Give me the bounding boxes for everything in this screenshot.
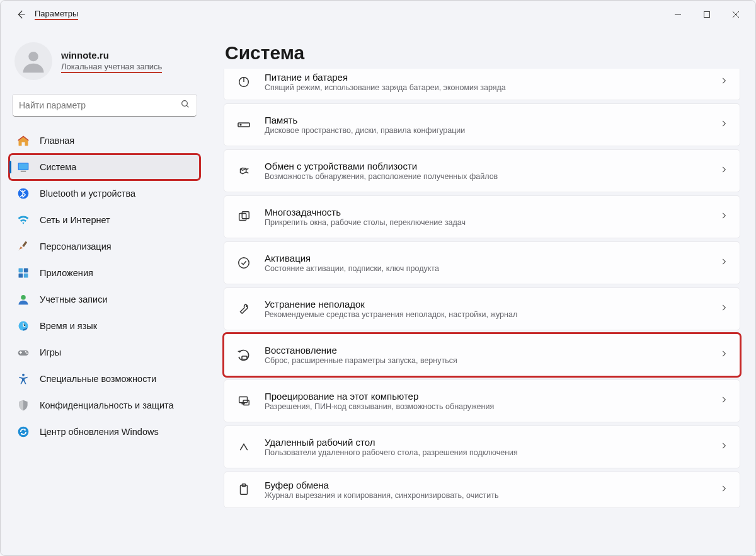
panel-troubleshoot[interactable]: Устранение неполадокРекомендуемые средст… (224, 287, 740, 330)
sidebar-nav: ГлавнаяСистемаBluetooth и устройстваСеть… (9, 128, 200, 444)
sidebar: winnote.ru Локальная учетная запись Глав… (1, 28, 209, 555)
back-button[interactable] (12, 6, 30, 23)
system-icon (17, 161, 30, 173)
svg-point-22 (18, 427, 29, 437)
panel-project[interactable]: Проецирование на этот компьютерРазрешени… (224, 379, 740, 422)
svg-point-30 (246, 306, 248, 307)
svg-point-29 (239, 258, 249, 269)
sidebar-item-bluetooth[interactable]: Bluetooth и устройства (9, 181, 200, 206)
panel-multitask[interactable]: МногозадачностьПрикрепить окна, рабочие … (224, 195, 740, 238)
panel-subtitle: Прикрепить окна, рабочие столы, переключ… (265, 218, 707, 227)
clipboard-icon (236, 482, 252, 498)
panel-recovery[interactable]: ВосстановлениеСброс, расширенные парамет… (224, 333, 740, 376)
sidebar-item-label: Bluetooth и устройства (40, 188, 135, 199)
panel-title: Активация (265, 253, 707, 264)
svg-point-21 (22, 374, 25, 376)
chevron-right-icon (719, 119, 728, 130)
sidebar-item-label: Конфиденциальность и защита (40, 400, 174, 410)
panel-subtitle: Сброс, расширенные параметры запуска, ве… (265, 356, 707, 365)
close-button[interactable] (721, 4, 750, 25)
panel-power[interactable]: Питание и батареяСпящий режим, использов… (224, 69, 740, 100)
sidebar-item-label: Специальные возможности (40, 374, 156, 384)
bluetooth-icon (17, 187, 30, 200)
sidebar-item-time[interactable]: Время и язык (9, 313, 200, 339)
avatar (14, 42, 52, 80)
svg-rect-27 (239, 214, 246, 221)
chevron-right-icon (719, 165, 728, 177)
panel-title: Память (265, 115, 707, 125)
svg-point-20 (26, 352, 28, 354)
sidebar-item-system[interactable]: Система (9, 154, 200, 180)
network-icon (17, 214, 30, 226)
svg-point-26 (240, 124, 241, 125)
sidebar-item-privacy[interactable]: Конфиденциальность и защита (9, 393, 200, 418)
troubleshoot-icon (236, 301, 252, 317)
svg-rect-14 (19, 274, 23, 278)
sidebar-item-label: Игры (40, 347, 61, 357)
svg-rect-11 (22, 241, 27, 246)
maximize-button[interactable] (692, 4, 721, 25)
account-block[interactable]: winnote.ru Локальная учетная запись (9, 40, 200, 91)
panel-title: Проецирование на этот компьютер (265, 391, 707, 402)
svg-rect-9 (21, 171, 26, 172)
multitask-icon (236, 209, 252, 225)
recovery-icon (236, 347, 252, 363)
sidebar-item-gaming[interactable]: Игры (9, 340, 200, 365)
sidebar-item-personalize[interactable]: Персонализация (9, 234, 200, 259)
search-icon (180, 99, 190, 112)
svg-rect-8 (19, 163, 28, 170)
sidebar-item-label: Персонализация (40, 241, 112, 252)
search-box[interactable] (12, 94, 197, 117)
chevron-right-icon (719, 211, 728, 223)
titlebar: Параметры (1, 1, 755, 28)
chevron-right-icon (719, 395, 728, 407)
svg-rect-15 (24, 274, 28, 278)
svg-point-4 (28, 52, 38, 61)
chevron-right-icon (719, 484, 728, 495)
panel-title: Обмен с устройствами поблизости (265, 161, 707, 171)
panel-title: Питание и батарея (265, 72, 707, 83)
sidebar-item-apps[interactable]: Приложения (9, 260, 200, 286)
svg-point-16 (21, 295, 26, 300)
search-input[interactable] (19, 100, 180, 110)
account-subtitle: Локальная учетная запись (61, 62, 162, 73)
panel-storage[interactable]: ПамятьДисковое пространство, диски, прав… (224, 103, 740, 146)
sidebar-item-home[interactable]: Главная (9, 128, 200, 153)
panel-clipboard[interactable]: Буфер обменаЖурнал вырезания и копирован… (224, 472, 740, 508)
sidebar-item-label: Сеть и Интернет (40, 215, 110, 225)
sidebar-item-accounts[interactable]: Учетные записи (9, 287, 200, 312)
svg-rect-31 (242, 356, 247, 359)
chevron-right-icon (719, 303, 728, 315)
svg-point-19 (25, 351, 26, 352)
panel-subtitle: Пользователи удаленного рабочего стола, … (265, 448, 707, 457)
sidebar-item-label: Главная (40, 136, 74, 146)
settings-window: Параметры winnote.ru Локальная учетная з… (0, 0, 756, 556)
panel-subtitle: Дисковое пространство, диски, правила ко… (265, 126, 707, 135)
sidebar-item-network[interactable]: Сеть и Интернет (9, 207, 200, 233)
svg-rect-13 (24, 269, 28, 273)
panel-title: Буфер обмена (265, 480, 707, 490)
chevron-right-icon (719, 257, 728, 269)
svg-point-5 (182, 101, 188, 107)
panel-subtitle: Спящий режим, использование заряда батар… (265, 83, 707, 92)
panel-activation[interactable]: АктивацияСостояние активации, подписки, … (224, 241, 740, 284)
sidebar-item-label: Приложения (40, 268, 93, 278)
sidebar-item-update[interactable]: Центр обновления Windows (9, 419, 200, 444)
account-name: winnote.ru (61, 50, 162, 61)
minimize-button[interactable] (663, 4, 692, 25)
panel-title: Восстановление (265, 345, 707, 356)
panel-subtitle: Журнал вырезания и копирования, синхрони… (265, 491, 707, 500)
svg-rect-28 (242, 212, 249, 219)
sidebar-item-accessibility[interactable]: Специальные возможности (9, 366, 200, 391)
window-title: Параметры (35, 9, 78, 20)
svg-rect-12 (19, 269, 23, 273)
panel-remote[interactable]: Удаленный рабочий столПользователи удале… (224, 426, 740, 468)
main-content: Система Питание и батареяСпящий режим, и… (209, 28, 755, 555)
apps-icon (17, 267, 30, 279)
panel-share[interactable]: Обмен с устройствами поблизостиВозможнос… (224, 149, 740, 192)
share-icon (236, 163, 252, 179)
page-title: Система (225, 42, 740, 64)
storage-icon (236, 117, 252, 133)
body: winnote.ru Локальная учетная запись Глав… (1, 28, 755, 555)
panel-subtitle: Рекомендуемые средства устранения непола… (265, 310, 707, 319)
